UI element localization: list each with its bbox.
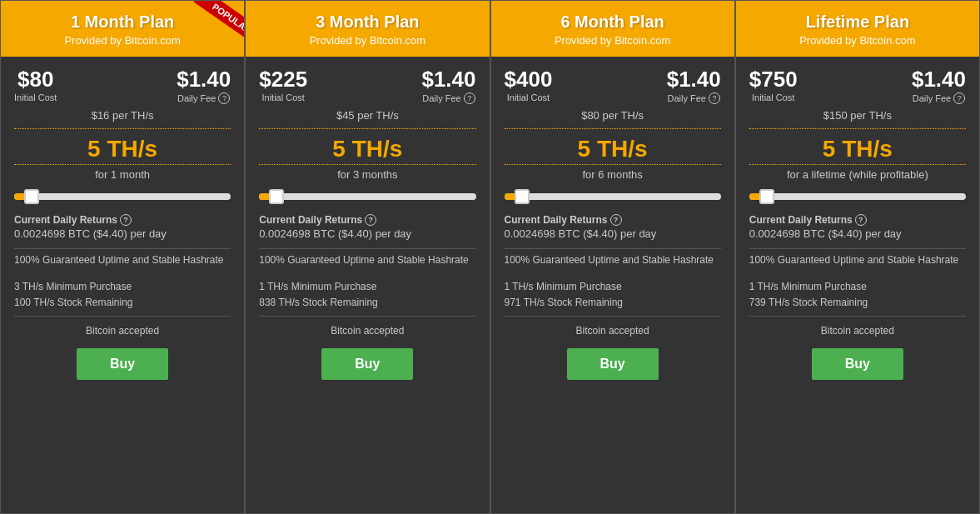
slider-track-6month bbox=[505, 193, 721, 200]
plan-subtitle-6month: Provided by Bitcoin.com bbox=[500, 34, 726, 47]
slider-container-1month[interactable] bbox=[14, 189, 231, 204]
guarantee-section-6month: 100% Guaranteed Uptime and Stable Hashra… bbox=[505, 248, 721, 271]
stock-section-lifetime: 1 TH/s Minimum Purchase 739 TH/s Stock R… bbox=[749, 279, 966, 317]
plan-card-6month: 6 Month Plan Provided by Bitcoin.com $40… bbox=[490, 0, 735, 514]
initial-cost-amount-1month: $80 bbox=[14, 67, 57, 92]
plans-container: 1 Month Plan Provided by Bitcoin.com POP… bbox=[0, 0, 980, 514]
initial-cost-amount-3month: $225 bbox=[259, 67, 307, 92]
returns-section-3month: Current Daily Returns ? 0.0024698 BTC ($… bbox=[259, 214, 475, 240]
buy-button-6month[interactable]: Buy bbox=[567, 348, 659, 380]
buy-btn-container-6month: Buy bbox=[505, 342, 721, 388]
daily-fee-block-lifetime: $1.40 Daily Fee ? bbox=[912, 67, 966, 104]
returns-help-icon-1month[interactable]: ? bbox=[120, 214, 132, 226]
divider-top-1month bbox=[14, 128, 231, 129]
daily-fee-block-6month: $1.40 Daily Fee ? bbox=[667, 67, 721, 104]
divider-bottom-6month bbox=[505, 164, 721, 165]
buy-btn-container-3month: Buy bbox=[259, 342, 475, 388]
stock-remaining-6month: 971 TH/s Stock Remaining bbox=[505, 295, 721, 311]
returns-label-6month: Current Daily Returns ? bbox=[505, 214, 721, 226]
stock-section-1month: 3 TH/s Minimum Purchase 100 TH/s Stock R… bbox=[14, 279, 231, 317]
initial-cost-label-6month: Initial Cost bbox=[505, 92, 553, 102]
plan-subtitle-lifetime: Provided by Bitcoin.com bbox=[744, 34, 971, 47]
slider-track-3month bbox=[259, 193, 475, 200]
price-row-3month: $225 Initial Cost $1.40 Daily Fee ? bbox=[259, 67, 475, 104]
slider-thumb-3month[interactable] bbox=[269, 189, 284, 204]
min-purchase-1month: 3 TH/s Minimum Purchase bbox=[14, 279, 231, 295]
slider-thumb-1month[interactable] bbox=[24, 189, 39, 204]
plan-title-6month: 6 Month Plan bbox=[500, 12, 726, 32]
per-ths-6month: $80 per TH/s bbox=[505, 109, 721, 122]
duration-label-1month: for 1 month bbox=[14, 168, 231, 181]
duration-label-3month: for 3 months bbox=[259, 168, 475, 181]
daily-fee-help-icon-1month[interactable]: ? bbox=[218, 92, 230, 104]
returns-help-icon-lifetime[interactable]: ? bbox=[855, 214, 867, 226]
buy-button-3month[interactable]: Buy bbox=[321, 348, 413, 380]
per-ths-lifetime: $150 per TH/s bbox=[749, 109, 966, 122]
ths-value-1month: 5 TH/s bbox=[14, 136, 231, 162]
initial-cost-block-3month: $225 Initial Cost bbox=[259, 67, 307, 102]
buy-button-1month[interactable]: Buy bbox=[77, 348, 168, 380]
plan-card-3month: 3 Month Plan Provided by Bitcoin.com $22… bbox=[245, 0, 490, 514]
price-row-1month: $80 Initial Cost $1.40 Daily Fee ? bbox=[14, 67, 231, 104]
plan-title-1month: 1 Month Plan bbox=[9, 12, 236, 32]
min-purchase-3month: 1 TH/s Minimum Purchase bbox=[259, 279, 475, 295]
plan-header-3month: 3 Month Plan Provided by Bitcoin.com bbox=[246, 1, 489, 57]
returns-section-lifetime: Current Daily Returns ? 0.0024698 BTC ($… bbox=[749, 214, 966, 240]
daily-fee-amount-6month: $1.40 bbox=[667, 67, 721, 92]
slider-track-lifetime bbox=[749, 193, 966, 200]
initial-cost-block-6month: $400 Initial Cost bbox=[505, 67, 553, 102]
returns-value-6month: 0.0024698 BTC ($4.40) per day bbox=[505, 227, 721, 240]
initial-cost-amount-6month: $400 bbox=[505, 67, 553, 92]
returns-label-lifetime: Current Daily Returns ? bbox=[749, 214, 966, 226]
daily-fee-label-1month: Daily Fee ? bbox=[177, 92, 231, 104]
plan-card-lifetime: Lifetime Plan Provided by Bitcoin.com $7… bbox=[735, 0, 980, 514]
returns-value-3month: 0.0024698 BTC ($4.40) per day bbox=[259, 227, 475, 240]
plan-subtitle-3month: Provided by Bitcoin.com bbox=[254, 34, 480, 47]
bitcoin-section-1month: Bitcoin accepted bbox=[14, 325, 231, 337]
buy-btn-container-lifetime: Buy bbox=[749, 342, 966, 388]
daily-fee-amount-lifetime: $1.40 bbox=[912, 67, 966, 92]
plan-card-1month: 1 Month Plan Provided by Bitcoin.com POP… bbox=[0, 0, 245, 514]
daily-fee-block-3month: $1.40 Daily Fee ? bbox=[421, 67, 475, 104]
per-ths-3month: $45 per TH/s bbox=[259, 109, 475, 122]
returns-section-1month: Current Daily Returns ? 0.0024698 BTC ($… bbox=[14, 214, 231, 240]
ths-value-3month: 5 TH/s bbox=[259, 136, 475, 162]
slider-container-3month[interactable] bbox=[259, 189, 475, 204]
initial-cost-label-1month: Initial Cost bbox=[14, 92, 57, 102]
price-row-lifetime: $750 Initial Cost $1.40 Daily Fee ? bbox=[749, 67, 966, 104]
bitcoin-section-lifetime: Bitcoin accepted bbox=[749, 325, 966, 337]
plan-subtitle-1month: Provided by Bitcoin.com bbox=[9, 34, 236, 47]
slider-track-1month bbox=[14, 193, 231, 200]
buy-btn-container-1month: Buy bbox=[14, 342, 231, 388]
returns-label-1month: Current Daily Returns ? bbox=[14, 214, 231, 226]
slider-container-6month[interactable] bbox=[505, 189, 721, 204]
daily-fee-help-icon-3month[interactable]: ? bbox=[464, 92, 475, 104]
daily-fee-amount-1month: $1.40 bbox=[177, 67, 231, 92]
divider-bottom-1month bbox=[14, 164, 231, 165]
slider-container-lifetime[interactable] bbox=[749, 189, 966, 204]
returns-value-lifetime: 0.0024698 BTC ($4.40) per day bbox=[749, 227, 966, 240]
initial-cost-label-lifetime: Initial Cost bbox=[749, 92, 798, 102]
slider-thumb-lifetime[interactable] bbox=[759, 189, 774, 204]
initial-cost-amount-lifetime: $750 bbox=[749, 67, 798, 92]
daily-fee-block-1month: $1.40 Daily Fee ? bbox=[177, 67, 231, 104]
guarantee-section-lifetime: 100% Guaranteed Uptime and Stable Hashra… bbox=[749, 248, 966, 271]
buy-button-lifetime[interactable]: Buy bbox=[812, 348, 903, 380]
divider-top-lifetime bbox=[749, 128, 966, 129]
daily-fee-help-icon-6month[interactable]: ? bbox=[709, 92, 720, 104]
initial-cost-block-1month: $80 Initial Cost bbox=[14, 67, 57, 102]
divider-top-3month bbox=[259, 128, 475, 129]
slider-thumb-6month[interactable] bbox=[515, 189, 530, 204]
plan-body-6month: $400 Initial Cost $1.40 Daily Fee ? $80 … bbox=[491, 57, 734, 513]
guarantee-section-3month: 100% Guaranteed Uptime and Stable Hashra… bbox=[259, 248, 475, 271]
returns-help-icon-3month[interactable]: ? bbox=[365, 214, 376, 226]
returns-value-1month: 0.0024698 BTC ($4.40) per day bbox=[14, 227, 231, 240]
daily-fee-label-6month: Daily Fee ? bbox=[667, 92, 721, 104]
plan-header-6month: 6 Month Plan Provided by Bitcoin.com bbox=[491, 1, 734, 57]
daily-fee-label-lifetime: Daily Fee ? bbox=[912, 92, 966, 104]
returns-help-icon-6month[interactable]: ? bbox=[610, 214, 622, 226]
daily-fee-help-icon-lifetime[interactable]: ? bbox=[953, 92, 965, 104]
plan-title-3month: 3 Month Plan bbox=[254, 12, 480, 32]
min-purchase-6month: 1 TH/s Minimum Purchase bbox=[505, 279, 721, 295]
price-row-6month: $400 Initial Cost $1.40 Daily Fee ? bbox=[505, 67, 721, 104]
